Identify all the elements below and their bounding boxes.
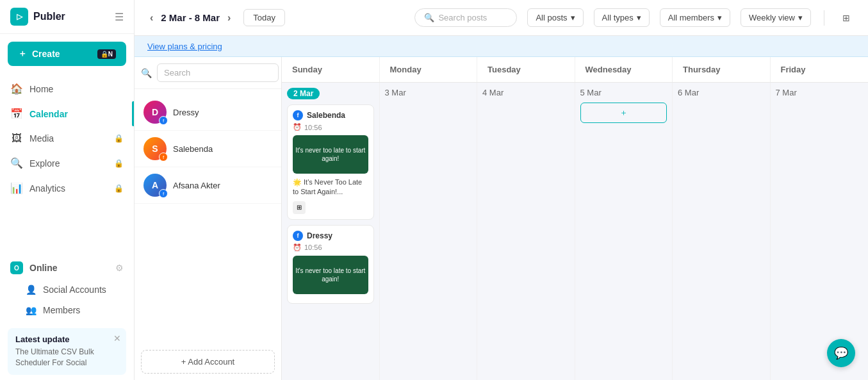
account-search-bar: 🔍 ▾ xyxy=(135,57,281,89)
add-post-button-wed[interactable]: ＋ xyxy=(580,103,667,123)
sidebar-item-media-label: Media xyxy=(29,133,54,144)
all-types-filter[interactable]: All types ▾ xyxy=(594,8,650,27)
sidebar-item-analytics[interactable]: 📊 Analytics 🔒 xyxy=(0,176,134,201)
online-section: O Online ⚙ 👤 Social Accounts 👥 Members xyxy=(0,254,134,323)
chat-icon: 💬 xyxy=(834,346,848,360)
account-panel: 🔍 ▾ D f Dressy S f Salebenda xyxy=(135,57,282,380)
search-posts-input[interactable]: 🔍 Search posts xyxy=(414,8,517,27)
sidebar-item-home[interactable]: 🏠 Home xyxy=(0,76,134,101)
time-value-salebenda: 10:56 xyxy=(304,124,322,131)
all-members-filter[interactable]: All members ▾ xyxy=(660,8,730,27)
next-arrow[interactable]: › xyxy=(225,10,233,26)
add-account-button[interactable]: + Add Account xyxy=(141,350,275,374)
sidebar-item-analytics-label: Analytics xyxy=(29,183,65,194)
all-types-chevron: ▾ xyxy=(637,13,641,22)
logo-text: Publer xyxy=(33,11,65,22)
sidebar-header: ▷ Publer ☰ xyxy=(0,0,134,34)
account-search-input[interactable] xyxy=(157,63,279,82)
create-button[interactable]: ＋ Create 🔒N xyxy=(8,42,126,66)
fb-icon: f xyxy=(293,110,303,120)
today-button[interactable]: Today xyxy=(243,9,285,26)
all-types-label: All types xyxy=(602,13,634,22)
sidebar-item-members[interactable]: 👥 Members xyxy=(15,300,124,320)
weekly-view-filter[interactable]: Weekly view ▾ xyxy=(741,8,811,27)
post-image-dressy: It's never too late to start again! xyxy=(293,256,368,294)
social-badge-salebenda: f xyxy=(159,153,168,161)
calendar-body: 2 Mar f Salebenda ⏰ 10:56 It's never too… xyxy=(282,83,868,380)
day-number-tue: 4 Mar xyxy=(482,88,569,97)
date-navigation: ‹ 2 Mar - 8 Mar › xyxy=(147,10,233,26)
filter-settings-icon[interactable]: ⊞ xyxy=(837,9,855,27)
avatar-wrap-afsana: A f xyxy=(143,174,167,197)
post-card-dressy[interactable]: f Dressy ⏰ 10:56 It's never too late to … xyxy=(287,225,374,304)
prev-arrow[interactable]: ‹ xyxy=(147,10,156,26)
day-col-thu: 6 Mar xyxy=(673,83,771,380)
media-lock-icon: 🔒 xyxy=(114,134,124,143)
account-list: D f Dressy S f Salebenda A f xyxy=(135,89,281,343)
sidebar: ▷ Publer ☰ ＋ Create 🔒N 🏠 Home 📅 Calendar… xyxy=(0,0,135,380)
sidebar-item-home-label: Home xyxy=(29,84,53,94)
create-plus-icon: ＋ xyxy=(18,48,27,60)
weekly-view-chevron: ▾ xyxy=(798,13,803,22)
view-plans-link[interactable]: View plans & pricing xyxy=(147,42,222,51)
social-accounts-label: Social Accounts xyxy=(43,285,106,295)
close-icon[interactable]: ✕ xyxy=(113,333,121,343)
social-badge-afsana: f xyxy=(159,189,168,198)
account-item-dressy[interactable]: D f Dressy xyxy=(135,94,281,131)
day-col-mon: 3 Mar xyxy=(380,83,478,380)
post-text-salebenda: 🌟 It's Never Too Late to Start Again!... xyxy=(293,178,368,197)
day-number-sun: 2 Mar xyxy=(287,88,374,99)
filter-separator xyxy=(824,10,824,26)
header-sunday: Sunday xyxy=(282,57,380,82)
header-wednesday: Wednesday xyxy=(575,57,673,82)
header-tuesday: Tuesday xyxy=(477,57,575,82)
sidebar-item-media[interactable]: 🖼 Media 🔒 xyxy=(0,126,134,151)
all-posts-filter[interactable]: All posts ▾ xyxy=(527,8,583,27)
sidebar-item-social-accounts[interactable]: 👤 Social Accounts xyxy=(15,279,124,300)
calendar-area: 🔍 ▾ D f Dressy S f Salebenda xyxy=(135,57,868,380)
day-col-wed: 5 Mar ＋ xyxy=(575,83,673,380)
clock-icon-dressy: ⏰ xyxy=(293,244,302,252)
logo[interactable]: ▷ Publer xyxy=(10,8,65,26)
social-badge-dressy: f xyxy=(159,116,168,125)
avatar-wrap-dressy: D f xyxy=(143,101,167,124)
account-search-icon: 🔍 xyxy=(141,68,152,78)
avatar-wrap-salebenda: S f xyxy=(143,137,167,160)
calendar-header: Sunday Monday Tuesday Wednesday Thursday… xyxy=(282,57,868,83)
day-col-fri: 7 Mar xyxy=(771,83,869,380)
all-members-label: All members xyxy=(668,13,714,22)
gear-icon[interactable]: ⚙ xyxy=(115,263,124,273)
online-header[interactable]: O Online ⚙ xyxy=(10,256,124,279)
account-name-afsana: Afsana Akter xyxy=(173,181,220,190)
day-number-mon: 3 Mar xyxy=(385,88,472,97)
explore-icon: 🔍 xyxy=(10,157,23,169)
sidebar-item-explore[interactable]: 🔍 Explore 🔒 xyxy=(0,151,134,176)
post-card-salebenda[interactable]: f Salebenda ⏰ 10:56 It's never too late … xyxy=(287,104,374,220)
latest-update-text: The Ultimate CSV Bulk Scheduler For Soci… xyxy=(15,347,119,368)
all-posts-chevron: ▾ xyxy=(571,13,575,22)
members-label: Members xyxy=(43,305,80,315)
sub-nav: 👤 Social Accounts 👥 Members xyxy=(10,279,124,320)
hamburger-icon[interactable]: ☰ xyxy=(115,11,124,23)
chat-button[interactable]: 💬 xyxy=(827,339,855,367)
upgrade-banner: View plans & pricing xyxy=(135,36,868,57)
online-text: Online xyxy=(29,263,58,273)
sidebar-item-calendar[interactable]: 📅 Calendar xyxy=(0,101,134,126)
post-tag-icon: ⊞ xyxy=(293,201,306,214)
post-account-salebenda: Salebenda xyxy=(307,111,345,120)
day-number-wed: 5 Mar xyxy=(580,88,667,97)
account-item-salebenda[interactable]: S f Salebenda xyxy=(135,131,281,167)
day-number-fri: 7 Mar xyxy=(776,88,864,97)
fb-icon-dressy: f xyxy=(293,231,303,241)
account-name-dressy: Dressy xyxy=(173,108,199,117)
weekly-view-label: Weekly view xyxy=(749,13,795,22)
calendar-icon: 📅 xyxy=(10,108,23,120)
account-item-afsana[interactable]: A f Afsana Akter xyxy=(135,167,281,204)
create-badge: 🔒N xyxy=(97,49,116,59)
logo-icon: ▷ xyxy=(10,8,28,26)
nav-items: 🏠 Home 📅 Calendar 🖼 Media 🔒 🔍 Explore 🔒 … xyxy=(0,74,134,254)
day-number-thu: 6 Mar xyxy=(678,88,765,97)
header-thursday: Thursday xyxy=(673,57,771,82)
header-friday: Friday xyxy=(771,57,869,82)
social-accounts-icon: 👤 xyxy=(26,285,37,295)
